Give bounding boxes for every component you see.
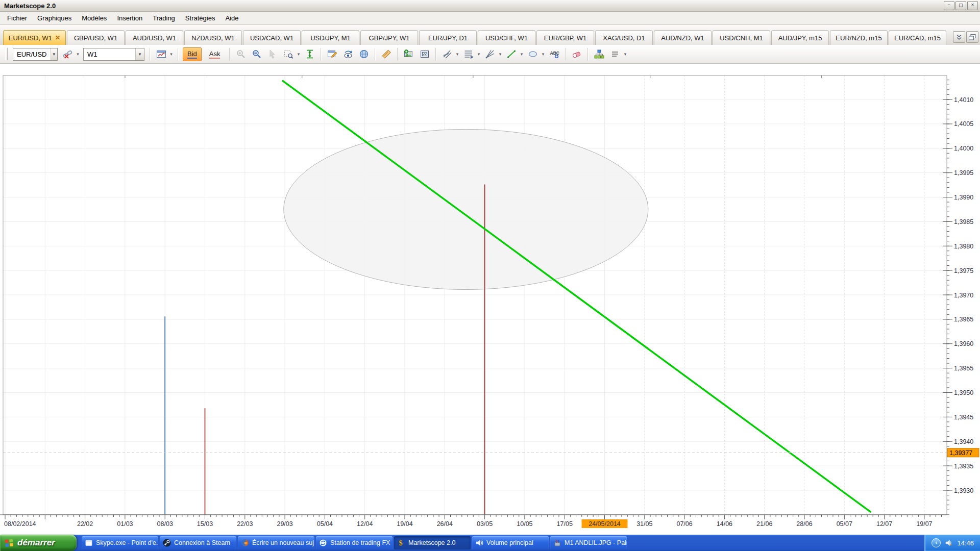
- trendline-icon[interactable]: [504, 47, 519, 61]
- task-label: Connexion à Steam: [174, 539, 230, 546]
- date-axis-label: 07/06: [676, 520, 692, 528]
- eraser-icon[interactable]: [569, 47, 584, 61]
- tab-eur-cad-m15[interactable]: EUR/CAD, m15: [889, 30, 946, 45]
- chart-area[interactable]: 1,40101,40051,40001,39951,39901,39851,39…: [0, 64, 980, 535]
- task-button-connexion[interactable]: Connexion à Steam: [160, 536, 236, 549]
- price-axis-label: 1,3940: [954, 438, 973, 445]
- tab-aud-jpy-m15[interactable]: AUD/JPY, m15: [771, 30, 829, 45]
- task-button-marketscope[interactable]: $Marketscope 2.0: [394, 536, 471, 549]
- tab-eur-jpy-d1[interactable]: EUR/JPY, D1: [419, 30, 477, 45]
- price-axis-label: 1,3930: [954, 487, 973, 494]
- tab-label: GBP/USD, W1: [74, 34, 117, 42]
- tab-label: USD/CAD, W1: [250, 34, 293, 42]
- restore-window-button[interactable]: [966, 31, 978, 43]
- chevron-down-icon[interactable]: ▾: [476, 47, 481, 61]
- ruler-icon[interactable]: [379, 47, 394, 61]
- date-axis-label: 22/02: [77, 520, 93, 528]
- start-button[interactable]: démarrer: [0, 535, 77, 551]
- watch-icon[interactable]: [340, 47, 355, 61]
- chevron-down-icon[interactable]: ▾: [296, 47, 301, 61]
- symbol-select[interactable]: EUR/USD▾: [13, 48, 58, 61]
- menu-item-trading[interactable]: Trading: [148, 13, 180, 23]
- ellipse-tool-icon[interactable]: [525, 47, 540, 61]
- menu-item-fichier[interactable]: Fichier: [2, 13, 32, 23]
- tab-eur-nzd-m15[interactable]: EUR/NZD, m15: [830, 30, 888, 45]
- bid-button[interactable]: Bid: [183, 47, 202, 61]
- zoom-out-icon[interactable]: [249, 47, 264, 61]
- tab-strip: EUR/USD, W1✕GBP/USD, W1AUD/USD, W1NZD/US…: [3, 30, 947, 45]
- volume-icon[interactable]: [945, 539, 953, 547]
- tab-eur-gbp-w1[interactable]: EUR/GBP, W1: [536, 30, 594, 45]
- maximize-button[interactable]: ◻: [955, 1, 966, 10]
- chevron-down-icon[interactable]: ▾: [135, 48, 144, 60]
- menu-item-stratgies[interactable]: Stratégies: [180, 13, 220, 23]
- pitchfork-icon[interactable]: [439, 47, 454, 61]
- pointer-icon[interactable]: [265, 47, 280, 61]
- text-label-icon[interactable]: ABC: [547, 47, 561, 61]
- menu-item-insertion[interactable]: Insertion: [112, 13, 148, 23]
- zoom-in-icon[interactable]: [233, 47, 248, 61]
- zoom-in-icon-group: [233, 47, 248, 61]
- globe-icon[interactable]: [356, 47, 371, 61]
- chevron-down-icon[interactable]: ▾: [519, 47, 524, 61]
- frame-icon[interactable]: [417, 47, 432, 61]
- tab-usd-chf-w1[interactable]: USD/CHF, W1: [478, 30, 535, 45]
- tab-eur-usd-w1[interactable]: EUR/USD, W1✕: [3, 30, 66, 45]
- chevron-down-icon[interactable]: ▾: [75, 47, 81, 61]
- add-image-icon[interactable]: [401, 47, 416, 61]
- task-buttons: Skype.exe - Point d'e...Connexion à Stea…: [77, 535, 627, 551]
- close-button[interactable]: ×: [967, 1, 978, 10]
- task-button-station[interactable]: Station de trading FX: [316, 536, 393, 549]
- drawn-ellipse[interactable]: [284, 129, 648, 289]
- chevron-down-icon[interactable]: ▾: [168, 47, 174, 61]
- chart-type-icon[interactable]: [154, 47, 168, 61]
- unlink-icon[interactable]: [60, 47, 75, 61]
- tab-usd-cad-w1[interactable]: USD/CAD, W1: [243, 30, 301, 45]
- tab-usd-jpy-m1[interactable]: USD/JPY, M1: [302, 30, 359, 45]
- tab-aud-usd-w1[interactable]: AUD/USD, W1: [126, 30, 183, 45]
- date-axis-label: 28/06: [796, 520, 812, 528]
- date-axis-label: 12/04: [357, 520, 373, 528]
- menu-item-graphiques[interactable]: Graphiques: [32, 13, 77, 23]
- object-tree-icon[interactable]: [592, 47, 606, 61]
- date-axis-label: 24/05/2014: [589, 520, 621, 528]
- zoom-area-icon[interactable]: [281, 47, 296, 61]
- menu-item-aide[interactable]: Aide: [220, 13, 243, 23]
- fit-vertical-icon-group: [302, 47, 317, 61]
- task-button-crire[interactable]: Écrire un nouveau suj...: [238, 536, 314, 549]
- tab-xag-usd-d1[interactable]: XAG/USD, D1: [595, 30, 653, 45]
- tab-gbp-usd-w1[interactable]: GBP/USD, W1: [67, 30, 125, 45]
- chart-settings-icon[interactable]: [325, 47, 339, 61]
- tab-usd-cnh-m1[interactable]: USD/CNH, M1: [713, 30, 770, 45]
- tab-nzd-usd-w1[interactable]: NZD/USD, W1: [184, 30, 242, 45]
- date-axis-label: 05/07: [837, 520, 852, 528]
- task-button-volume[interactable]: Volume principal: [472, 536, 549, 549]
- chevron-down-icon[interactable]: ▾: [540, 47, 546, 61]
- chevron-down-icon[interactable]: ▾: [497, 47, 503, 61]
- taskbar: démarrer Skype.exe - Point d'e...Connexi…: [0, 535, 980, 551]
- hidden-icons-chevron[interactable]: ‹: [932, 538, 941, 547]
- chevron-down-icon[interactable]: ▾: [454, 47, 460, 61]
- symbol-select-value: EUR/USD: [13, 51, 51, 58]
- chevron-down-icon[interactable]: ▾: [51, 48, 57, 60]
- period-select[interactable]: W1▾: [83, 48, 144, 61]
- toolbar: EUR/USD▾▾W1▾▾BidAsk▾▾F▾▾▾▾ABC▾: [0, 45, 980, 64]
- tab-close-icon[interactable]: ✕: [55, 34, 60, 41]
- fan-lines-icon[interactable]: [482, 47, 497, 61]
- ask-button[interactable]: Ask: [205, 47, 225, 61]
- menu-item-modles[interactable]: Modèles: [77, 13, 112, 23]
- chart-settings-icon-group: [325, 47, 339, 61]
- tab-aud-nzd-w1[interactable]: AUD/NZD, W1: [654, 30, 712, 45]
- toolbar-separator: [375, 48, 375, 61]
- task-button-skype[interactable]: Skype.exe - Point d'e...: [82, 536, 158, 549]
- chevron-down-icon[interactable]: ▾: [622, 47, 628, 61]
- toolbar-grip: [5, 48, 8, 60]
- clock: 14:46: [957, 539, 974, 547]
- collapse-tabs-button[interactable]: [953, 31, 965, 43]
- task-button-m1[interactable]: M1 ANDLIL.JPG - Paint: [550, 536, 627, 549]
- more-tools-icon[interactable]: [607, 47, 622, 61]
- fibonacci-icon[interactable]: F: [461, 47, 476, 61]
- fit-vertical-icon[interactable]: [302, 47, 317, 61]
- tab-gbp-jpy-w1[interactable]: GBP/JPY, W1: [360, 30, 418, 45]
- minimize-button[interactable]: −: [944, 1, 954, 10]
